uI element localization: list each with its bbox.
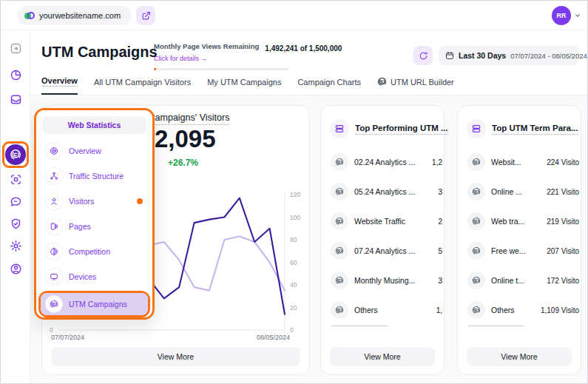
svg-text:120: 120 (290, 191, 300, 198)
list-item[interactable]: Web tra... 219 Visito (458, 206, 581, 236)
menu-item-visitors[interactable]: Visitors (41, 189, 148, 214)
utm-spiral-icon (331, 242, 348, 260)
date-range-picker[interactable]: Last 30 Days 07/07/2024 - 08/05/2024 (439, 46, 579, 65)
utm-spiral-icon (331, 153, 348, 171)
settings-gear-icon[interactable] (7, 238, 24, 254)
site-selector[interactable]: yourwebsitename.com (17, 6, 132, 25)
menu-item-utm-campaigns[interactable]: UTM Campaigns (41, 293, 148, 315)
menu-item-devices[interactable]: Devices (41, 264, 148, 289)
external-link-icon (141, 11, 151, 21)
monitor-icon (46, 269, 62, 285)
chart-view-more-button[interactable]: View More (51, 347, 300, 366)
monthly-views-label: Monthly Page Views Remaining (154, 42, 259, 50)
list-item[interactable]: Free we... 207 Visito (458, 236, 581, 266)
utm-spiral-icon (331, 212, 348, 230)
menu-item-pages[interactable]: Pages (41, 214, 148, 239)
sidebar-toggle-icon[interactable] (7, 40, 24, 56)
person-icon (46, 193, 62, 209)
top-performing-title: Top Performing UTM ... (355, 124, 448, 135)
list-item[interactable]: Monthly Musing... 3 (321, 266, 444, 295)
open-site-button[interactable] (136, 6, 155, 25)
refresh-icon (419, 51, 428, 61)
utm-spiral-icon (331, 272, 348, 289)
menu-item-competition[interactable]: Competition (41, 239, 148, 264)
utm-spiral-icon (467, 153, 485, 171)
list-item[interactable]: Others 1, (321, 295, 444, 325)
visitors-change-badge: +26.7% (168, 158, 198, 168)
chevron-down-icon (574, 12, 581, 19)
shield-check-icon[interactable] (7, 215, 24, 232)
monthly-views-value: 1,492,241 of 1,500,000 (265, 44, 342, 53)
svg-text:40: 40 (290, 281, 297, 289)
utm-spiral-icon (377, 77, 387, 87)
utm-campaigns-nav-icon[interactable] (5, 144, 26, 165)
list-item[interactable]: Online t... 172 Visito (458, 266, 581, 295)
pages-icon (46, 218, 62, 235)
utm-spiral-icon (331, 183, 348, 201)
menu-item-overview[interactable]: Overview (41, 138, 148, 164)
x-axis-start-label: 07/07/2024 (51, 334, 84, 341)
svg-text:0: 0 (50, 326, 53, 334)
pie-chart-icon[interactable] (7, 67, 24, 83)
list-item[interactable]: Others 1,109 Visito (458, 295, 581, 325)
progress-fill (154, 68, 156, 70)
server-list-icon (330, 119, 349, 138)
app-window: yourwebsitename.com RR (0, 0, 588, 384)
date-preset-label: Last 30 Days (459, 51, 506, 60)
user-menu[interactable]: RR (552, 6, 581, 25)
utm-spiral-icon (331, 301, 348, 319)
avatar: RR (552, 6, 571, 25)
list-item[interactable]: Online ... 221 Visito (458, 177, 581, 206)
utm-spiral-icon (46, 296, 62, 312)
tab-overview[interactable]: Overview (41, 75, 78, 95)
active-nav-highlight-frame (2, 141, 29, 168)
x-axis-end-label: 08/05/2024 (257, 334, 290, 341)
tab-all-utm-campaign-visitors[interactable]: All UTM Campaign Visitors (94, 75, 191, 95)
list-item[interactable]: Website Traffic 2 (321, 206, 444, 236)
list-item[interactable]: Websit... 224 Visito (458, 147, 581, 177)
utm-campaigns-highlight-frame: UTM Campaigns (38, 291, 150, 317)
list-item[interactable]: 07.24 Analytics ... 5 (321, 236, 444, 266)
utm-spiral-icon (467, 242, 485, 260)
chat-icon[interactable] (7, 193, 24, 209)
account-icon[interactable] (7, 260, 24, 277)
icon-sidebar (1, 30, 30, 384)
scan-icon[interactable] (7, 171, 24, 187)
top-bar: yourwebsitename.com RR (1, 1, 588, 30)
top-term-view-more-button[interactable]: View More (467, 347, 572, 366)
top-term-title: Top UTM Term Para... (492, 124, 578, 135)
list-item[interactable]: 02.24 Analytics ... 1,2 (321, 147, 444, 177)
svg-text:80: 80 (290, 236, 297, 243)
click-for-details-link[interactable]: Click for details → (154, 55, 208, 62)
tab-utm-url-builder[interactable]: UTM URL Builder (377, 75, 454, 95)
svg-text:100: 100 (290, 214, 300, 221)
menu-item-traffic-structure[interactable]: Traffic Structure (41, 164, 148, 189)
half-circle-icon (46, 243, 62, 260)
utm-spiral-icon (467, 212, 485, 230)
tab-campaign-charts[interactable]: Campaign Charts (297, 75, 361, 95)
visitors-total: 2,095 (155, 125, 216, 153)
top-performing-utm-card: Top Performing UTM ... 02.24 Analytics .… (320, 105, 445, 375)
page-title: UTM Campaigns (41, 44, 158, 61)
tab-my-utm-campaigns[interactable]: My UTM Campaigns (207, 75, 281, 95)
monthly-views-progressbar (154, 68, 289, 70)
utm-spiral-icon (467, 183, 485, 201)
top-utm-term-card: Top UTM Term Para... Websit... 224 Visit… (457, 105, 581, 375)
utm-spiral-icon (467, 272, 485, 289)
hierarchy-icon (46, 168, 62, 184)
top-performing-view-more-button[interactable]: View More (330, 347, 435, 366)
site-name: yourwebsitename.com (39, 11, 121, 20)
svg-text:0: 0 (290, 326, 294, 334)
calendar-icon (445, 51, 454, 60)
list-divider (331, 326, 388, 326)
refresh-button[interactable] (413, 46, 433, 65)
utm-spiral-icon (467, 301, 485, 319)
tab-bar: Overview All UTM Campaign Visitors My UT… (41, 75, 454, 95)
list-divider (468, 326, 524, 326)
web-statistics-popup-highlight-frame: Web Statistics Overview Traffic Structur… (34, 108, 155, 320)
svg-text:60: 60 (290, 259, 297, 266)
inbox-icon[interactable] (7, 91, 24, 107)
web-statistics-menu: Web Statistics Overview Traffic Structur… (36, 110, 152, 317)
monthly-page-views: Monthly Page Views Remaining Click for d… (154, 42, 289, 70)
list-item[interactable]: 05.24 Analytics ... 3 (321, 177, 444, 206)
